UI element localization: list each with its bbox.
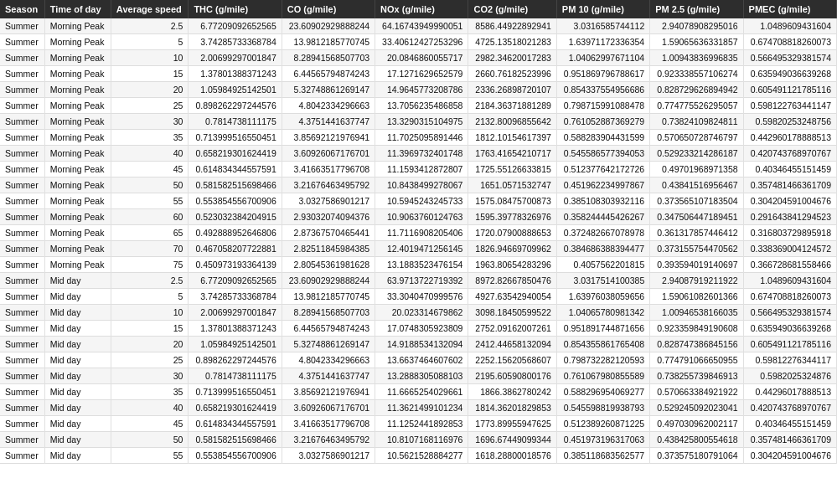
table-cell: 11.3969732401748 (375, 146, 468, 162)
table-cell: 5.32748861269147 (282, 337, 375, 352)
table-cell: Summer (0, 289, 44, 305)
table-cell: 0.40346455151459 (743, 416, 836, 432)
table-cell: 0.5982025324876 (743, 368, 836, 384)
table-cell: 0.951891744871656 (556, 321, 649, 337)
table-cell: 12.4019471256145 (375, 241, 468, 257)
table-cell: 5.32748861269147 (282, 82, 375, 98)
table-cell: 13.6637464607602 (375, 352, 468, 368)
table-cell: 4.8042334296663 (282, 98, 375, 114)
table-cell: 4.3751441637747 (282, 368, 375, 384)
table-cell: 10.5621528884277 (375, 448, 468, 464)
table-cell: Mid day (44, 352, 111, 368)
table-cell: 0.658219301624419 (189, 146, 282, 162)
table-cell: 2195.60590800176 (468, 368, 556, 384)
table-cell: 0.581582515698466 (189, 177, 282, 193)
table-cell: 0.372482667078978 (556, 225, 649, 241)
table-cell: 64.16743949990051 (375, 18, 468, 34)
table-cell: 3.0327586901217 (282, 448, 375, 464)
table-cell: 1.63976038059656 (556, 289, 649, 305)
table-cell: Mid day (44, 305, 111, 321)
table-row: SummerMid day500.5815825156984663.216764… (0, 432, 837, 448)
table-cell: 4.3751441637747 (282, 114, 375, 130)
table-row: SummerMorning Peak151.378013883712436.44… (0, 66, 837, 82)
table-row: SummerMorning Peak450.6148343445575913.4… (0, 162, 837, 177)
table-cell: Summer (0, 130, 44, 146)
table-cell: 0.674708818260073 (743, 289, 836, 305)
table-row: SummerMid day2.56.7720909265256523.60902… (0, 273, 837, 289)
table-cell: Morning Peak (44, 50, 111, 66)
table-cell: 30 (111, 368, 189, 384)
table-cell: Mid day (44, 448, 111, 464)
table-cell: Summer (0, 241, 44, 257)
table-cell: 4927.63542940054 (468, 289, 556, 305)
table-cell: 0.316803729895918 (743, 225, 836, 241)
table-row: SummerMorning Peak350.7139995165504513.8… (0, 130, 837, 146)
table-cell: 0.304204591004676 (743, 448, 836, 464)
table-cell: 1812.10154617397 (468, 130, 556, 146)
table-row: SummerMorning Peak550.5538545567009063.0… (0, 193, 837, 209)
table-cell: 0.451962234997867 (556, 177, 649, 193)
table-cell: Summer (0, 432, 44, 448)
table-cell: 6.77209092652565 (189, 273, 282, 289)
table-cell: 0.59812276344117 (743, 352, 836, 368)
table-cell: 20.0846860055717 (375, 50, 468, 66)
table-cell: 0.492888952646806 (189, 225, 282, 241)
table-cell: 0.7814738111175 (189, 368, 282, 384)
table-cell: 50 (111, 432, 189, 448)
table-cell: Summer (0, 273, 44, 289)
table-row: SummerMid day550.5538545567009063.032758… (0, 448, 837, 464)
table-cell: 0.674708818260073 (743, 34, 836, 50)
table-cell: 35 (111, 130, 189, 146)
table-cell: 0.614834344557591 (189, 162, 282, 177)
table-cell: 1.05984925142501 (189, 337, 282, 352)
table-cell: 0.467058207722881 (189, 241, 282, 257)
table-cell: 0.523032384204915 (189, 209, 282, 225)
table-cell: 1725.55126633815 (468, 162, 556, 177)
table-cell: 15 (111, 321, 189, 337)
table-cell: 0.420743768970767 (743, 146, 836, 162)
table-cell: Summer (0, 98, 44, 114)
table-cell: 3.85692121976941 (282, 130, 375, 146)
table-cell: 0.545598819938793 (556, 400, 649, 416)
table-row: SummerMid day400.6582193016244193.609260… (0, 400, 837, 416)
table-cell: 2.00699297001847 (189, 50, 282, 66)
table-cell: Morning Peak (44, 162, 111, 177)
table-cell: 1763.41654210717 (468, 146, 556, 162)
table-cell: Mid day (44, 289, 111, 305)
table-cell: 17.0748305923809 (375, 321, 468, 337)
table-cell: 0.738255739846913 (650, 368, 743, 384)
table-cell: 0.761052887369279 (556, 114, 649, 130)
table-cell: 0.373155754470562 (650, 241, 743, 257)
table-cell: Summer (0, 114, 44, 130)
table-cell: 70 (111, 241, 189, 257)
table-cell: 1.00946538166035 (650, 305, 743, 321)
table-cell: 1696.67449099344 (468, 432, 556, 448)
table-cell: Morning Peak (44, 34, 111, 50)
table-cell: 0.4057562201815 (556, 257, 649, 273)
table-cell: 11.1252441892853 (375, 416, 468, 432)
table-cell: 0.361317857446412 (650, 225, 743, 241)
table-cell: 0.393594019140697 (650, 257, 743, 273)
table-cell: 15 (111, 66, 189, 82)
table-cell: 0.588283904431599 (556, 130, 649, 146)
table-cell: 13.7056235486858 (375, 98, 468, 114)
table-cell: 0.598122763441147 (743, 98, 836, 114)
table-cell: 0.40346455151459 (743, 162, 836, 177)
table-cell: 0.828729626894942 (650, 82, 743, 98)
table-cell: Mid day (44, 368, 111, 384)
table-cell: 0.529245092023041 (650, 400, 743, 416)
table-cell: 23.60902929888244 (282, 273, 375, 289)
table-cell: 2184.36371881289 (468, 98, 556, 114)
table-cell: 0.566495329381574 (743, 50, 836, 66)
table-cell: 1575.08475700873 (468, 193, 556, 209)
table-cell: 1.05984925142501 (189, 82, 282, 98)
table-cell: 14.9645773208786 (375, 82, 468, 98)
table-cell: 3.74285733368784 (189, 34, 282, 50)
table-row: SummerMid day450.6148343445575913.416635… (0, 416, 837, 432)
table-cell: 0.923338557106274 (650, 66, 743, 82)
table-cell: Summer (0, 257, 44, 273)
table-cell: 3.0317514100385 (556, 273, 649, 289)
data-table: SeasonTime of dayAverage speedTHC (g/mil… (0, 0, 837, 464)
table-cell: 0.512377642172726 (556, 162, 649, 177)
column-header: Season (0, 0, 44, 18)
